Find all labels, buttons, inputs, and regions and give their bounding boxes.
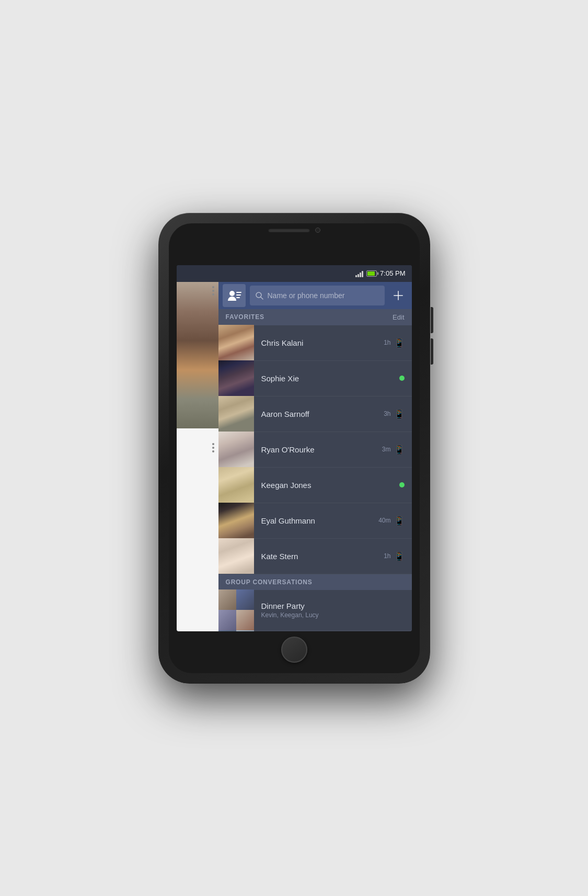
app-content: Name or phone number FA xyxy=(177,282,412,631)
contact-status xyxy=(399,482,405,487)
search-bar[interactable]: Name or phone number xyxy=(250,286,385,305)
contact-row[interactable]: Eyal Guthmann 40m 📱 xyxy=(218,503,412,539)
avatar xyxy=(218,325,254,360)
contact-status: 3m 📱 xyxy=(382,445,405,455)
add-icon xyxy=(393,290,404,301)
sidebar-photo xyxy=(177,282,218,428)
status-bar: 7:05 PM xyxy=(177,265,412,282)
front-camera xyxy=(315,228,320,233)
dot-5 xyxy=(212,447,214,449)
svg-point-0 xyxy=(229,291,235,296)
contact-row[interactable]: Chris Kalani 1h 📱 xyxy=(218,325,412,361)
contact-row[interactable]: Sophie Xie xyxy=(218,361,412,396)
dot-4 xyxy=(212,443,214,445)
group-conversations-title: GROUP CONVERSATIONS xyxy=(226,579,313,586)
group-conversations-section-header: GROUP CONVERSATIONS xyxy=(218,574,412,590)
contact-name: Kate Stern xyxy=(261,552,384,561)
signal-bars xyxy=(355,270,363,277)
status-time-label: 3m xyxy=(382,446,391,453)
volume-up-button[interactable] xyxy=(431,307,433,333)
avatar xyxy=(218,467,254,503)
group-row[interactable]: Getting some air John, Atish, Sophie, Me… xyxy=(218,631,412,631)
contact-row[interactable]: Kate Stern 1h 📱 xyxy=(218,539,412,574)
group-members: Kevin, Keegan, Lucy xyxy=(261,611,405,619)
status-time-label: 1h xyxy=(384,339,390,346)
device-icon: 📱 xyxy=(394,445,405,455)
sidebar-panel xyxy=(177,282,218,631)
sidebar-white xyxy=(177,428,218,631)
group-name: Dinner Party xyxy=(261,602,405,610)
signal-bar-4 xyxy=(362,271,363,277)
phone-inner: 7:05 PM xyxy=(169,223,420,673)
battery-fill xyxy=(367,271,375,276)
device-icon: 📱 xyxy=(394,409,405,419)
signal-bar-3 xyxy=(360,273,361,277)
contact-name: Chris Kalani xyxy=(261,338,384,347)
phone-frame: 7:05 PM xyxy=(158,213,430,684)
dot-3 xyxy=(212,293,214,296)
battery-icon xyxy=(366,270,377,277)
home-button[interactable] xyxy=(281,637,307,663)
favorites-title: FAVORITES xyxy=(226,313,264,321)
device-icon: 📱 xyxy=(394,551,405,561)
avatar xyxy=(218,432,254,467)
contact-name: Eyal Guthmann xyxy=(261,516,379,525)
contact-name: Ryan O'Rourke xyxy=(261,445,382,454)
main-panel: Name or phone number FA xyxy=(218,282,412,631)
avatar xyxy=(218,503,254,538)
contacts-icon xyxy=(227,288,241,303)
contact-status: 40m 📱 xyxy=(378,516,404,526)
add-contact-button[interactable] xyxy=(389,286,408,305)
contact-row[interactable]: Keegan Jones xyxy=(218,468,412,503)
online-dot xyxy=(399,482,405,487)
status-time-label: 3h xyxy=(384,410,390,417)
search-placeholder: Name or phone number xyxy=(268,291,345,300)
dot-6 xyxy=(212,450,214,452)
avatar xyxy=(218,396,254,432)
contacts-icon-button[interactable] xyxy=(223,284,246,307)
screen: 7:05 PM xyxy=(177,265,412,631)
search-icon xyxy=(255,291,263,300)
app-header: Name or phone number xyxy=(218,282,412,309)
status-time: 7:05 PM xyxy=(380,269,405,277)
sidebar-dots xyxy=(212,286,214,296)
group-avatar xyxy=(218,630,254,631)
avatar xyxy=(218,360,254,396)
speaker-grille xyxy=(268,228,310,232)
contact-name: Aaron Sarnoff xyxy=(261,410,384,418)
favorites-section-header: FAVORITES Edit xyxy=(218,309,412,325)
dot-1 xyxy=(212,286,214,288)
group-info: Dinner Party Kevin, Keegan, Lucy xyxy=(261,602,405,619)
volume-down-button[interactable] xyxy=(431,338,433,365)
group-row[interactable]: Dinner Party Kevin, Keegan, Lucy xyxy=(218,590,412,631)
contact-status: 3h 📱 xyxy=(384,409,404,419)
contact-status: 1h 📱 xyxy=(384,338,404,348)
avatar xyxy=(218,538,254,574)
phone-top-hardware xyxy=(268,228,320,233)
phone-bottom-nav xyxy=(281,637,307,663)
contact-row[interactable]: Aaron Sarnoff 3h 📱 xyxy=(218,396,412,432)
sidebar-dots-2 xyxy=(212,443,214,452)
sidebar-inner xyxy=(177,282,218,631)
svg-line-5 xyxy=(261,297,263,299)
online-dot xyxy=(399,376,405,381)
device-icon: 📱 xyxy=(394,516,405,526)
street-photo xyxy=(177,282,218,428)
group-avatar xyxy=(218,589,254,630)
signal-bar-1 xyxy=(355,275,357,277)
contact-name: Sophie Xie xyxy=(261,374,399,383)
status-time-label: 40m xyxy=(378,517,390,524)
contact-status: 1h 📱 xyxy=(384,551,404,561)
signal-bar-2 xyxy=(358,274,359,277)
contact-name: Keegan Jones xyxy=(261,481,399,490)
status-time-label: 1h xyxy=(384,552,390,560)
contact-list[interactable]: FAVORITES Edit Chris Kalani 1h xyxy=(218,309,412,631)
dot-2 xyxy=(212,290,214,292)
favorites-edit-button[interactable]: Edit xyxy=(393,313,404,321)
contact-row[interactable]: Ryan O'Rourke 3m 📱 xyxy=(218,432,412,468)
contact-status xyxy=(399,376,405,381)
device-icon: 📱 xyxy=(394,338,405,348)
